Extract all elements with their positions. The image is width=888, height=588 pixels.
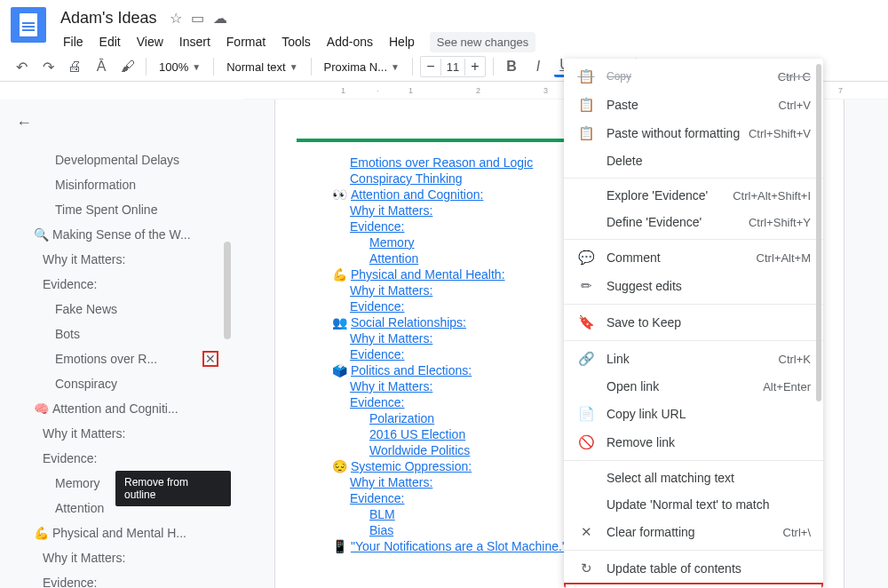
toc-link[interactable]: Social Relationships: xyxy=(351,315,466,330)
toc-link[interactable]: Conspiracy Thinking xyxy=(350,171,463,186)
outline-back-icon[interactable]: ← xyxy=(16,114,37,135)
context-menu-item[interactable]: 🔗LinkCtrl+K xyxy=(564,345,823,373)
context-menu-separator xyxy=(564,178,823,179)
outline-item[interactable]: 💪Physical and Mental H... xyxy=(7,520,224,545)
toc-link[interactable]: Bias xyxy=(369,523,393,537)
context-menu-item[interactable]: ✕Clear formattingCtrl+\ xyxy=(564,518,823,546)
outline-emoji-icon: 🧠 xyxy=(34,401,49,416)
outline-item[interactable]: Evidence: xyxy=(7,446,224,471)
toc-link[interactable]: Why it Matters: xyxy=(350,379,432,393)
outline-item[interactable]: Developmental Delays xyxy=(7,147,224,172)
context-menu-item[interactable]: Open linkAlt+Enter xyxy=(564,373,823,400)
context-menu-item[interactable]: 📋Paste without formattingCtrl+Shift+V xyxy=(564,119,823,147)
cloud-icon[interactable]: ☁ xyxy=(213,10,227,27)
bold-button[interactable]: B xyxy=(501,56,522,77)
outline-item[interactable]: Evidence: xyxy=(7,570,224,588)
toc-link[interactable]: 2016 US Election xyxy=(369,427,465,441)
document-title[interactable]: Adam's Ideas xyxy=(57,7,161,29)
font-size-value[interactable]: 11 xyxy=(440,59,465,75)
context-menu-item[interactable]: Define 'Evidence'Ctrl+Shift+Y xyxy=(564,209,823,235)
menu-edit[interactable]: Edit xyxy=(93,31,127,52)
toc-link[interactable]: Evidence: xyxy=(350,395,404,409)
paint-format-button[interactable]: 🖌 xyxy=(117,56,139,77)
outline-item[interactable]: Why it Matters: xyxy=(7,247,224,272)
menu-help[interactable]: Help xyxy=(383,31,421,52)
toc-link[interactable]: Emotions over Reason and Logic xyxy=(350,155,533,170)
context-menu-item[interactable]: 📄Copy link URL xyxy=(564,400,823,428)
toc-link[interactable]: Evidence: xyxy=(350,347,404,362)
context-menu-item-label: Paste without formatting xyxy=(607,126,749,140)
outline-item[interactable]: Conspiracy xyxy=(7,371,224,396)
toc-link[interactable]: BLM xyxy=(369,507,395,521)
menu-insert[interactable]: Insert xyxy=(173,31,217,52)
context-menu-scrollbar[interactable] xyxy=(816,64,821,401)
outline-item[interactable]: 🔍Making Sense of the W... xyxy=(7,222,224,247)
outline-emoji-icon: 🔍 xyxy=(34,227,49,242)
context-menu-item[interactable]: ↻Update table of contents xyxy=(564,554,823,583)
outline-item[interactable]: Time Spent Online xyxy=(7,197,224,222)
menu-add-ons[interactable]: Add-ons xyxy=(321,31,379,52)
outline-item[interactable]: Emotions over R...✕ xyxy=(7,346,224,371)
menu-file[interactable]: File xyxy=(57,31,90,52)
context-menu-item[interactable]: Update 'Normal text' to match xyxy=(564,491,823,518)
font-size-decrease-button[interactable]: − xyxy=(421,57,440,76)
context-menu-item[interactable]: 🚫Remove link xyxy=(564,428,823,457)
toc-link[interactable]: Why it Matters: xyxy=(350,203,432,218)
toc-link[interactable]: Polarization xyxy=(369,411,434,425)
context-menu-item[interactable]: Explore 'Evidence'Ctrl+Alt+Shift+I xyxy=(564,182,823,209)
context-menu-separator xyxy=(564,550,823,551)
redo-button[interactable]: ↷ xyxy=(37,56,59,77)
toc-link[interactable]: Evidence: xyxy=(350,219,404,234)
context-menu-item[interactable]: 🔖Save to Keep xyxy=(564,308,823,337)
outline-item[interactable]: Bots xyxy=(7,322,224,346)
outline-item[interactable]: Evidence: xyxy=(7,272,224,297)
outline-item[interactable]: Why it Matters: xyxy=(7,421,224,446)
print-button[interactable]: 🖨 xyxy=(64,56,85,77)
context-menu-item[interactable]: Delete table of contents xyxy=(564,583,823,588)
outline-item[interactable]: 🧠Attention and Cogniti... xyxy=(7,396,224,421)
context-menu-item-icon: 📋 xyxy=(576,68,596,84)
menu-tools[interactable]: Tools xyxy=(275,31,317,52)
paragraph-style-select[interactable]: Normal text▼ xyxy=(221,59,303,75)
context-menu-item[interactable]: Delete xyxy=(564,147,823,174)
italic-button[interactable]: I xyxy=(527,56,549,77)
context-menu-item[interactable]: ✏Suggest edits xyxy=(564,272,823,300)
context-menu-item[interactable]: 📋CopyCtrl+C xyxy=(564,62,823,91)
toc-link[interactable]: Attention xyxy=(369,251,418,266)
menu-format[interactable]: Format xyxy=(220,31,272,52)
undo-button[interactable]: ↶ xyxy=(11,56,32,77)
move-icon[interactable]: ▭ xyxy=(191,10,204,27)
context-menu-item[interactable]: 📋PasteCtrl+V xyxy=(564,91,823,119)
toc-link[interactable]: Systemic Oppression: xyxy=(351,459,472,473)
context-menu-item-label: Comment xyxy=(607,250,757,265)
toc-link[interactable]: Worldwide Politics xyxy=(369,443,470,457)
outline-item[interactable]: Misinformation xyxy=(7,172,224,197)
context-menu-item[interactable]: 💬CommentCtrl+Alt+M xyxy=(564,243,823,272)
outline-item[interactable]: Fake News xyxy=(7,297,224,322)
outline-item[interactable]: Why it Matters: xyxy=(7,545,224,570)
toc-link[interactable]: Politics and Elections: xyxy=(351,363,472,377)
toc-link[interactable]: "Your Notifications are a Slot Machine." xyxy=(351,539,567,553)
toc-link[interactable]: Why it Matters: xyxy=(350,283,432,298)
menu-view[interactable]: View xyxy=(131,31,170,52)
star-icon[interactable]: ☆ xyxy=(170,10,182,27)
font-select[interactable]: Proxima N...▼ xyxy=(319,59,405,75)
context-menu-item-label: Suggest edits xyxy=(607,279,811,293)
toc-link[interactable]: Evidence: xyxy=(350,299,404,314)
remove-from-outline-button[interactable]: ✕ xyxy=(202,351,218,367)
toc-link[interactable]: Memory xyxy=(369,235,415,250)
spellcheck-button[interactable]: Ā xyxy=(91,56,112,77)
toc-link[interactable]: Why it Matters: xyxy=(350,475,432,489)
font-size-increase-button[interactable]: + xyxy=(465,57,485,76)
outline-item-label: Time Spent Online xyxy=(55,203,157,217)
zoom-select[interactable]: 100%▼ xyxy=(154,59,206,75)
outline-scrollbar[interactable] xyxy=(224,242,231,339)
docs-logo-icon[interactable] xyxy=(11,7,46,43)
toc-link[interactable]: Attention and Cognition: xyxy=(351,187,483,202)
outline-emoji-icon: 💪 xyxy=(34,526,49,540)
toc-link[interactable]: Physical and Mental Health: xyxy=(351,267,505,282)
context-menu-item[interactable]: Select all matching text xyxy=(564,465,823,491)
toc-link[interactable]: Why it Matters: xyxy=(350,331,432,346)
see-new-changes[interactable]: See new changes xyxy=(430,32,535,52)
toc-link[interactable]: Evidence: xyxy=(350,491,404,505)
